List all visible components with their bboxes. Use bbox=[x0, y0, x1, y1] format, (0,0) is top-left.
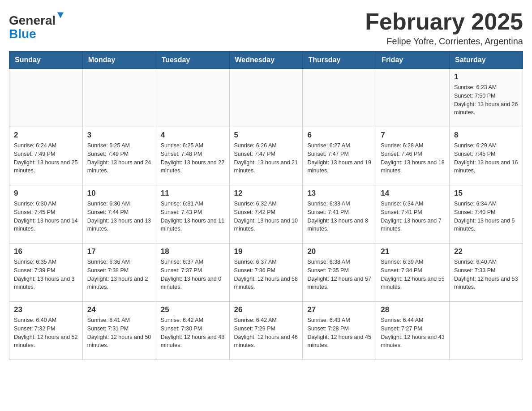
sunset-text: Sunset: 7:41 PM bbox=[307, 209, 348, 215]
table-row bbox=[156, 69, 229, 127]
sunset-text: Sunset: 7:44 PM bbox=[87, 209, 129, 215]
calendar-table: Sunday Monday Tuesday Wednesday Thursday… bbox=[9, 51, 523, 360]
day-number: 26 bbox=[234, 305, 298, 314]
sunset-text: Sunset: 7:41 PM bbox=[381, 209, 422, 215]
svg-text:General: General bbox=[9, 13, 56, 27]
table-row: 27Sunrise: 6:43 AMSunset: 7:28 PMDayligh… bbox=[303, 302, 376, 360]
sunrise-text: Sunrise: 6:26 AM bbox=[234, 142, 277, 149]
col-friday: Friday bbox=[376, 51, 450, 69]
daylight-text: Daylight: 13 hours and 7 minutes. bbox=[381, 218, 442, 232]
table-row: 12Sunrise: 6:32 AMSunset: 7:42 PMDayligh… bbox=[229, 185, 303, 244]
calendar-week-row: 16Sunrise: 6:35 AMSunset: 7:39 PMDayligh… bbox=[9, 244, 523, 302]
sunrise-text: Sunrise: 6:40 AM bbox=[454, 259, 497, 265]
col-tuesday: Tuesday bbox=[156, 51, 229, 69]
day-info: Sunrise: 6:35 AMSunset: 7:39 PMDaylight:… bbox=[14, 258, 78, 291]
day-info: Sunrise: 6:36 AMSunset: 7:38 PMDaylight:… bbox=[87, 258, 151, 291]
table-row: 20Sunrise: 6:38 AMSunset: 7:35 PMDayligh… bbox=[303, 244, 376, 302]
daylight-text: Daylight: 12 hours and 52 minutes. bbox=[14, 334, 77, 349]
day-number: 10 bbox=[87, 189, 151, 198]
daylight-text: Daylight: 13 hours and 14 minutes. bbox=[14, 218, 77, 232]
day-number: 27 bbox=[307, 305, 371, 314]
table-row: 3Sunrise: 6:25 AMSunset: 7:49 PMDaylight… bbox=[82, 127, 156, 185]
col-monday: Monday bbox=[82, 51, 156, 69]
day-number: 9 bbox=[14, 189, 78, 198]
daylight-text: Daylight: 13 hours and 10 minutes. bbox=[234, 218, 298, 232]
day-info: Sunrise: 6:41 AMSunset: 7:31 PMDaylight:… bbox=[87, 316, 151, 350]
day-info: Sunrise: 6:23 AMSunset: 7:50 PMDaylight:… bbox=[454, 83, 518, 117]
sunset-text: Sunset: 7:42 PM bbox=[234, 209, 275, 215]
sunset-text: Sunset: 7:46 PM bbox=[381, 151, 422, 157]
sunset-text: Sunset: 7:34 PM bbox=[381, 267, 422, 274]
day-info: Sunrise: 6:37 AMSunset: 7:37 PMDaylight:… bbox=[161, 258, 225, 291]
sunset-text: Sunset: 7:49 PM bbox=[14, 151, 55, 157]
daylight-text: Daylight: 12 hours and 58 minutes. bbox=[234, 276, 298, 291]
day-number: 4 bbox=[161, 131, 225, 140]
day-info: Sunrise: 6:42 AMSunset: 7:30 PMDaylight:… bbox=[161, 316, 225, 350]
daylight-text: Daylight: 13 hours and 0 minutes. bbox=[161, 276, 222, 291]
table-row bbox=[303, 69, 376, 127]
day-number: 19 bbox=[234, 247, 298, 256]
sunrise-text: Sunrise: 6:25 AM bbox=[87, 142, 130, 149]
sunrise-text: Sunrise: 6:38 AM bbox=[307, 259, 350, 265]
sunset-text: Sunset: 7:29 PM bbox=[234, 325, 275, 332]
daylight-text: Daylight: 12 hours and 53 minutes. bbox=[454, 276, 518, 291]
day-info: Sunrise: 6:42 AMSunset: 7:29 PMDaylight:… bbox=[234, 316, 298, 350]
daylight-text: Daylight: 13 hours and 16 minutes. bbox=[454, 159, 518, 174]
sunrise-text: Sunrise: 6:42 AM bbox=[234, 317, 277, 323]
location: Felipe Yofre, Corrientes, Argentina bbox=[365, 36, 523, 47]
day-number: 7 bbox=[381, 131, 445, 140]
sunset-text: Sunset: 7:32 PM bbox=[14, 325, 55, 332]
sunrise-text: Sunrise: 6:29 AM bbox=[454, 142, 497, 149]
day-number: 18 bbox=[161, 247, 225, 256]
table-row: 4Sunrise: 6:25 AMSunset: 7:48 PMDaylight… bbox=[156, 127, 229, 185]
day-info: Sunrise: 6:30 AMSunset: 7:45 PMDaylight:… bbox=[14, 200, 78, 233]
table-row: 5Sunrise: 6:26 AMSunset: 7:47 PMDaylight… bbox=[229, 127, 303, 185]
table-row: 28Sunrise: 6:44 AMSunset: 7:27 PMDayligh… bbox=[376, 302, 450, 360]
day-number: 23 bbox=[14, 305, 78, 314]
sunset-text: Sunset: 7:45 PM bbox=[14, 209, 55, 215]
sunrise-text: Sunrise: 6:27 AM bbox=[307, 142, 350, 149]
day-info: Sunrise: 6:28 AMSunset: 7:46 PMDaylight:… bbox=[381, 141, 445, 175]
sunset-text: Sunset: 7:28 PM bbox=[307, 325, 348, 332]
sunset-text: Sunset: 7:38 PM bbox=[87, 267, 129, 274]
day-number: 24 bbox=[87, 305, 151, 314]
table-row: 11Sunrise: 6:31 AMSunset: 7:43 PMDayligh… bbox=[156, 185, 229, 244]
sunrise-text: Sunrise: 6:43 AM bbox=[307, 317, 350, 323]
day-number: 3 bbox=[87, 131, 151, 140]
table-row: 14Sunrise: 6:34 AMSunset: 7:41 PMDayligh… bbox=[376, 185, 450, 244]
day-info: Sunrise: 6:40 AMSunset: 7:33 PMDaylight:… bbox=[454, 258, 518, 291]
col-thursday: Thursday bbox=[303, 51, 376, 69]
sunrise-text: Sunrise: 6:30 AM bbox=[87, 201, 130, 207]
day-info: Sunrise: 6:39 AMSunset: 7:34 PMDaylight:… bbox=[381, 258, 445, 291]
table-row bbox=[82, 69, 156, 127]
day-number: 6 bbox=[307, 131, 371, 140]
calendar-week-row: 1Sunrise: 6:23 AMSunset: 7:50 PMDaylight… bbox=[9, 69, 523, 127]
day-info: Sunrise: 6:43 AMSunset: 7:28 PMDaylight:… bbox=[307, 316, 371, 350]
day-info: Sunrise: 6:27 AMSunset: 7:47 PMDaylight:… bbox=[307, 141, 371, 175]
table-row: 1Sunrise: 6:23 AMSunset: 7:50 PMDaylight… bbox=[450, 69, 523, 127]
table-row: 24Sunrise: 6:41 AMSunset: 7:31 PMDayligh… bbox=[82, 302, 156, 360]
sunrise-text: Sunrise: 6:36 AM bbox=[87, 259, 130, 265]
sunset-text: Sunset: 7:31 PM bbox=[87, 325, 129, 332]
daylight-text: Daylight: 13 hours and 18 minutes. bbox=[381, 159, 444, 174]
day-info: Sunrise: 6:34 AMSunset: 7:41 PMDaylight:… bbox=[381, 200, 445, 233]
table-row: 16Sunrise: 6:35 AMSunset: 7:39 PMDayligh… bbox=[9, 244, 83, 302]
sunset-text: Sunset: 7:47 PM bbox=[307, 151, 348, 157]
table-row bbox=[9, 69, 83, 127]
table-row bbox=[376, 69, 450, 127]
table-row: 2Sunrise: 6:24 AMSunset: 7:49 PMDaylight… bbox=[9, 127, 83, 185]
day-number: 20 bbox=[307, 247, 371, 256]
calendar-week-row: 9Sunrise: 6:30 AMSunset: 7:45 PMDaylight… bbox=[9, 185, 523, 244]
day-number: 28 bbox=[381, 305, 445, 314]
sunset-text: Sunset: 7:36 PM bbox=[234, 267, 275, 274]
day-number: 1 bbox=[454, 73, 518, 81]
daylight-text: Daylight: 12 hours and 48 minutes. bbox=[161, 334, 224, 349]
page-header: General Blue February 2025 Felipe Yofre,… bbox=[9, 9, 523, 47]
sunrise-text: Sunrise: 6:32 AM bbox=[234, 201, 277, 207]
sunrise-text: Sunrise: 6:40 AM bbox=[14, 317, 56, 323]
sunrise-text: Sunrise: 6:31 AM bbox=[161, 201, 203, 207]
day-info: Sunrise: 6:31 AMSunset: 7:43 PMDaylight:… bbox=[161, 200, 225, 233]
sunrise-text: Sunrise: 6:34 AM bbox=[381, 201, 423, 207]
daylight-text: Daylight: 13 hours and 11 minutes. bbox=[161, 218, 224, 232]
day-number: 22 bbox=[454, 247, 518, 256]
